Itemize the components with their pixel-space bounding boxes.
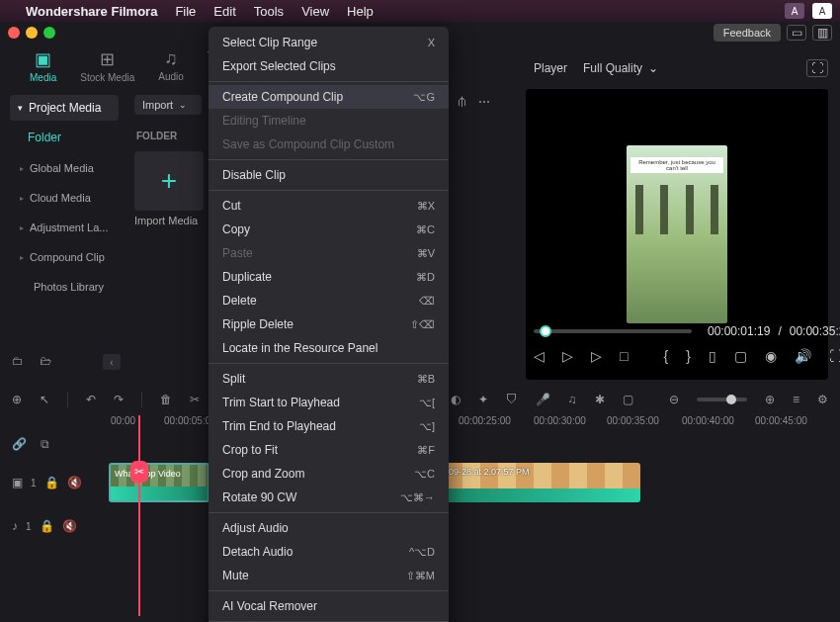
audio-track-icon[interactable]: ♪: [12, 519, 18, 533]
menubar-app-icon[interactable]: A: [785, 3, 804, 19]
ctx-item-mute[interactable]: Mute⇧⌘M: [209, 564, 449, 587]
redo-icon[interactable]: ↷: [114, 393, 124, 406]
delete-icon[interactable]: 🗑: [160, 393, 172, 406]
app-name[interactable]: Wondershare Filmora: [26, 4, 157, 19]
ctx-item-ai-vocal-remover[interactable]: AI Vocal Remover: [209, 594, 449, 618]
playhead[interactable]: ✂: [138, 415, 140, 616]
folder-add-icon[interactable]: 🗁: [40, 354, 51, 368]
zoom-out-icon[interactable]: ⊖: [669, 393, 679, 406]
ctx-item-rotate-90-cw[interactable]: Rotate 90 CW⌥⌘→: [209, 486, 449, 509]
ctx-item-trim-start-to-playhead[interactable]: Trim Start to Playhead⌥[: [209, 391, 449, 414]
layout-icon-2[interactable]: ▥: [812, 25, 832, 41]
ratio-icon[interactable]: ▯: [709, 348, 716, 364]
lock-icon[interactable]: 🔒: [44, 476, 59, 489]
ctx-item-create-compound-clip[interactable]: Create Compound Clip⌥G: [209, 85, 449, 109]
shield-icon[interactable]: ⛉: [506, 393, 518, 406]
sidebar-item-photos-library[interactable]: Photos Library: [10, 273, 119, 301]
import-media-button[interactable]: +: [134, 151, 204, 211]
playback-slider[interactable]: [534, 329, 692, 333]
layout-icon[interactable]: ▭: [787, 25, 806, 41]
folder-label[interactable]: Folder: [10, 123, 119, 152]
ctx-item-copy[interactable]: Copy⌘C: [209, 218, 449, 241]
ctx-item-duplicate[interactable]: Duplicate⌘D: [209, 265, 449, 289]
tab-audio[interactable]: ♫ Audio: [146, 44, 196, 87]
zoom-in-icon[interactable]: ⊕: [765, 393, 775, 406]
ctx-item-select-clip-range[interactable]: Select Clip RangeX: [209, 31, 449, 54]
menu-help[interactable]: Help: [347, 4, 374, 19]
menu-view[interactable]: View: [301, 4, 329, 19]
snapshot-icon[interactable]: ⛶: [806, 59, 828, 77]
sidebar-item-adjustment-layer[interactable]: Adjustment La...: [10, 214, 119, 241]
fullscreen-icon[interactable]: ⛶: [829, 348, 840, 364]
settings-icon[interactable]: ⚙: [817, 393, 828, 406]
ctx-item-trim-end-to-playhead[interactable]: Trim End to Playhead⌥]: [209, 414, 449, 438]
feedback-button[interactable]: Feedback: [714, 24, 781, 42]
magnet-icon[interactable]: ⊕: [12, 393, 22, 406]
menu-tools[interactable]: Tools: [254, 4, 284, 19]
ctx-item-export-selected-clips[interactable]: Export Selected Clips: [209, 54, 449, 78]
sidebar-item-compound-clip[interactable]: Compound Clip: [10, 243, 119, 271]
menubar-app-icon-2[interactable]: A: [812, 3, 832, 19]
tab-label: Audio: [158, 71, 184, 82]
ai-icon[interactable]: ✱: [595, 393, 605, 406]
ctx-item-crop-and-zoom[interactable]: Crop and Zoom⌥C: [209, 462, 449, 486]
ctx-item-detach-audio[interactable]: Detach Audio^⌥D: [209, 540, 449, 564]
zoom-slider[interactable]: [697, 398, 747, 401]
tab-stock-media[interactable]: ⊞ Stock Media: [68, 44, 146, 87]
mic-icon[interactable]: 🎤: [536, 393, 550, 406]
menu-edit[interactable]: Edit: [213, 4, 235, 19]
snapshot-icon[interactable]: ◉: [765, 348, 777, 364]
sidebar-item-cloud-media[interactable]: Cloud Media: [10, 184, 119, 212]
ctx-item-label: Trim End to Playhead: [222, 419, 336, 433]
ctx-item-delete[interactable]: Delete⌫: [209, 289, 449, 312]
lock-icon[interactable]: 🔒: [40, 519, 54, 533]
effect-icon[interactable]: ✦: [478, 393, 488, 406]
next-frame-icon[interactable]: ▷: [591, 348, 602, 364]
pointer-icon[interactable]: ↖: [40, 393, 49, 406]
color-icon[interactable]: ◐: [451, 393, 461, 406]
ctx-item-split[interactable]: Split⌘B: [209, 367, 449, 391]
mute-icon[interactable]: 🔇: [62, 519, 77, 533]
menu-file[interactable]: File: [175, 4, 196, 19]
playhead-grip-icon[interactable]: ✂: [130, 461, 148, 483]
view-list-icon[interactable]: ≡: [793, 393, 799, 406]
mute-icon[interactable]: 🔇: [67, 476, 82, 489]
ctx-item-editing-timeline: Editing Timeline: [209, 109, 449, 133]
collapse-sidebar-icon[interactable]: ‹: [103, 354, 121, 370]
more-icon[interactable]: ⋯: [478, 95, 490, 109]
ctx-item-cut[interactable]: Cut⌘X: [209, 194, 449, 218]
tab-media[interactable]: ▣ Media: [18, 44, 68, 87]
stop-icon[interactable]: □: [620, 348, 628, 364]
ctx-item-crop-to-fit[interactable]: Crop to Fit⌘F: [209, 438, 449, 462]
prev-frame-icon[interactable]: ◁: [534, 348, 545, 364]
display-icon[interactable]: ▢: [734, 348, 747, 364]
undo-icon[interactable]: ↶: [86, 393, 96, 406]
timeline-clip-1[interactable]: WhatsApp Video: [109, 463, 210, 502]
ctx-item-disable-clip[interactable]: Disable Clip: [209, 163, 449, 187]
zoom-window-icon[interactable]: [43, 27, 55, 39]
filter-icon[interactable]: ⫛: [457, 95, 468, 109]
ctx-item-locate-in-the-resource-panel[interactable]: Locate in the Resource Panel: [209, 336, 449, 360]
timeline-clip-2[interactable]: 09-28 at 2.07.57 PM: [445, 463, 640, 502]
mark-out-icon[interactable]: }: [686, 348, 691, 364]
close-window-icon[interactable]: [8, 27, 20, 39]
quality-select[interactable]: Full Quality ⌄: [583, 61, 658, 75]
minimize-window-icon[interactable]: [26, 27, 38, 39]
folder-open-icon[interactable]: 🗀: [12, 354, 24, 368]
volume-icon[interactable]: 🔊: [795, 348, 811, 364]
ctx-item-ripple-delete[interactable]: Ripple Delete⇧⌫: [209, 312, 449, 336]
marker-icon[interactable]: ▢: [623, 393, 633, 406]
mark-in-icon[interactable]: {: [663, 348, 668, 364]
ruler-mark: 00:00: [111, 415, 135, 426]
import-dropdown[interactable]: Import ⌄: [134, 95, 202, 115]
cut-icon[interactable]: ✂: [190, 393, 200, 406]
ctx-item-label: Detach Audio: [222, 545, 293, 559]
play-icon[interactable]: ▷: [562, 348, 573, 364]
sidebar-item-global-media[interactable]: Global Media: [10, 154, 119, 182]
ctx-item-adjust-audio[interactable]: Adjust Audio: [209, 516, 449, 540]
project-media-select[interactable]: ▾ Project Media: [10, 95, 119, 121]
clip-timestamp: 09-28 at 2.07.57 PM: [449, 467, 530, 477]
music-icon[interactable]: ♫: [568, 393, 577, 406]
video-track-icon[interactable]: ▣: [12, 476, 23, 489]
media-icon: ▣: [35, 48, 51, 70]
